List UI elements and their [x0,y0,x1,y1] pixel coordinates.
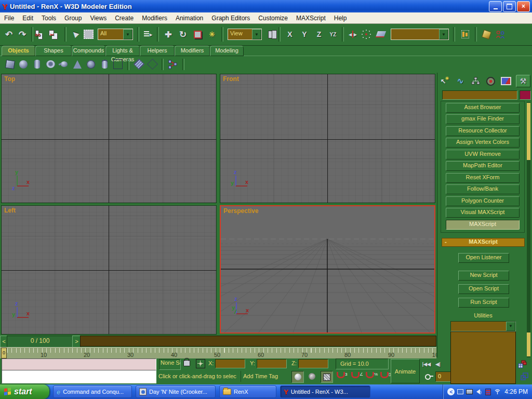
track-bar[interactable] [80,336,436,347]
rectangular-selection-region-icon[interactable] [81,30,96,39]
menu-graph-editors[interactable]: Graph Editors [207,12,254,23]
follow-bank-button[interactable]: Follow/Bank [446,184,520,194]
menu-views[interactable]: Views [86,12,111,23]
spinner-snap-icon[interactable]: ▯ [380,372,391,379]
utilities-dropdown[interactable]: ▼ [450,321,516,331]
link-icon[interactable]: oo [35,32,49,37]
chevron-down-icon[interactable]: ▼ [123,29,132,39]
motion-tab-icon[interactable] [485,76,496,86]
undo-icon[interactable]: ↶ [2,29,16,40]
reset-xform-button[interactable]: Reset XForm [446,173,520,183]
scrollbar-thumb[interactable] [527,103,530,160]
tab-objects[interactable]: Objects [2,46,35,56]
asset-browser-button[interactable]: Asset Browser [446,103,520,113]
selection-filter-dropdown[interactable]: All ▼ [98,29,133,40]
rollout-collapse-icon[interactable]: - [445,238,447,245]
array-icon[interactable] [360,33,373,35]
utilities-dropdown-open-list[interactable] [450,331,516,384]
start-button[interactable]: start [0,384,49,399]
panel-scrollbar[interactable] [527,102,530,357]
tube-primitive-icon[interactable] [98,58,111,71]
cylinder-primitive-icon[interactable] [30,58,44,71]
menu-edit[interactable]: Edit [18,12,37,23]
named-selection-sets-dropdown[interactable]: ▼ [391,29,449,40]
chevron-down-icon[interactable]: ▼ [252,29,261,39]
use-center-icon[interactable] [264,31,276,38]
new-script-button[interactable]: New Script [458,271,509,281]
viewport-left[interactable]: Left z y x [1,205,217,335]
utility-name-field[interactable] [442,90,517,100]
quad-patch-icon[interactable] [132,58,145,71]
polygon-counter-button[interactable]: Polygon Counter [446,196,520,206]
resource-collector-button[interactable]: Resource Collector [446,126,520,136]
network-status-icon[interactable] [456,388,464,395]
unlink-icon[interactable]: ✂ [49,32,62,37]
snap-3d-icon[interactable]: 3 [337,372,347,379]
y-coord-field[interactable] [257,359,287,368]
align-icon[interactable] [373,31,389,37]
tri-patch-icon[interactable] [145,58,159,71]
viewport-layout-icon[interactable] [516,359,528,370]
mappath-editor-button[interactable]: MapPath Editor [446,161,520,171]
run-script-button[interactable]: Run Script [458,298,509,308]
time-slider-thumb[interactable]: 0 [1,348,7,358]
select-move-icon[interactable]: ✚ [161,30,176,39]
teapot-primitive-icon[interactable] [57,58,71,71]
modify-tab-icon[interactable]: ∿ [455,76,466,86]
render-icon[interactable] [479,31,494,38]
listener-white-field[interactable] [2,370,156,383]
taskbar-task-day-n-nite[interactable]: Day 'N' Nite (Crooker... [136,385,216,398]
prev-frame-button[interactable]: ◀| [433,360,443,369]
select-by-name-icon[interactable]: ▸ [141,31,155,37]
select-scale-icon[interactable] [190,31,205,38]
tab-modeling[interactable]: Modeling [210,46,244,56]
open-listener-button[interactable]: Open Listener [458,253,509,263]
close-button[interactable]: × [517,1,530,12]
color-swatch[interactable] [520,90,531,100]
restrict-plane-icon[interactable]: YZ [326,32,340,37]
track-view-icon[interactable] [457,30,473,38]
taskbar-task-command-and-conquer[interactable]: e Command and Conqu... [53,385,132,398]
redo-icon[interactable]: ↷ [16,29,29,40]
mirror-icon[interactable]: ◂▸ [346,31,360,38]
volume-icon[interactable]: ) [475,388,483,395]
tab-modifiers[interactable]: Modifiers [175,46,210,56]
percent-snap-icon[interactable]: % [366,372,378,379]
wireframe-icon[interactable] [321,371,333,383]
viewport-top[interactable]: Top y z x [1,74,217,203]
x-coord-field[interactable] [215,359,245,368]
add-time-tag[interactable]: Add Time Tag [243,371,290,382]
listener-pink-field[interactable] [2,358,156,371]
animate-button[interactable]: Animate [391,359,420,383]
connect-to-support-icon[interactable] [494,30,507,39]
manipulate-icon[interactable]: ✳ [205,30,219,38]
open-script-button[interactable]: Open Script [458,284,509,294]
minimize-button[interactable] [489,1,502,12]
geosphere-primitive-icon[interactable] [84,58,98,71]
z-coord-field[interactable] [298,359,328,368]
timeline-ruler[interactable]: 0 10 20 30 40 50 60 70 80 90 100 [0,347,436,358]
selection-lock-icon[interactable] [183,360,190,366]
viewport-perspective[interactable]: Perspective z y x [220,205,435,334]
scrollbar-thumb[interactable] [527,332,530,356]
taskbar-task-renx-active[interactable]: Υ Untitled - RenX - W3... [280,385,370,398]
bones-icon[interactable] [166,58,180,71]
display-tab-icon[interactable] [500,76,512,86]
menu-group[interactable]: Group [60,12,86,23]
sphere-primitive-icon[interactable] [17,58,30,71]
go-to-start-button[interactable]: |◀◀ [422,360,431,369]
menu-help[interactable]: Help [330,12,351,23]
tab-shapes[interactable]: Shapes [35,46,72,56]
menu-animation[interactable]: Animation [171,12,207,23]
tab-lights-cameras[interactable]: Lights & Cameras [105,46,140,56]
media-film-icon[interactable] [484,388,492,395]
visual-maxscript-button[interactable]: Visual MAXScript [446,208,520,218]
reference-coordsys-dropdown[interactable]: View ▼ [228,29,262,40]
cone-primitive-icon[interactable] [71,58,84,71]
box-primitive-icon[interactable] [3,58,17,71]
key-mode-icon[interactable] [425,373,433,379]
assign-vertex-colors-button[interactable]: Assign Vertex Colors [446,138,520,148]
menu-tools[interactable]: Tools [37,12,60,23]
absolute-mode-icon[interactable] [196,359,205,368]
chevron-down-icon[interactable]: ▼ [506,322,515,331]
